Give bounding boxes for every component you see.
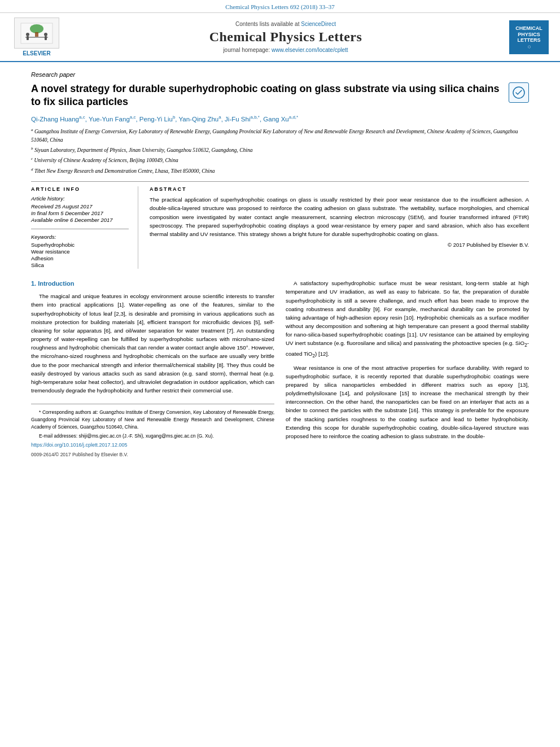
- journal-citation: Chemical Physics Letters 692 (2018) 33–3…: [0, 0, 560, 13]
- svg-rect-7: [45, 36, 47, 40]
- affiliation-c: c University of Chinese Academy of Scien…: [31, 156, 529, 165]
- final-form-date: In final form 5 December 2017: [31, 210, 129, 216]
- article-body: 1. Introduction The magical and unique f…: [31, 279, 529, 458]
- journal-homepage: journal homepage: www.elsevier.com/locat…: [68, 47, 504, 53]
- article-title-row: A novel strategy for durable superhydrop…: [31, 82, 529, 109]
- issn-line: 0009-2614/© 2017 Published by Elsevier B…: [31, 451, 274, 458]
- article-history: Article history: Received 25 August 2017…: [31, 195, 129, 223]
- journal-header: ELSEVIER Contents lists available at Sci…: [0, 13, 560, 62]
- affiliation-d: d Tibet New Energy Research and Demonstr…: [31, 167, 529, 176]
- check-for-updates-badge[interactable]: [509, 82, 529, 103]
- sciencedirect-link[interactable]: ScienceDirect: [301, 21, 336, 27]
- history-label: Article history:: [31, 195, 129, 202]
- article-info-heading: ARTICLE INFO: [31, 186, 129, 192]
- citation-text: Chemical Physics Letters 692 (2018) 33–3…: [225, 3, 334, 10]
- article-title: A novel strategy for durable superhydrop…: [31, 82, 502, 109]
- paper-type-label: Research paper: [31, 71, 529, 78]
- body-column-left: 1. Introduction The magical and unique f…: [31, 279, 274, 458]
- section-1-title: 1. Introduction: [31, 279, 274, 289]
- body-column-right: A satisfactory superhydrophobic surface …: [286, 279, 529, 458]
- sciencedirect-text: ScienceDirect: [301, 21, 336, 27]
- body-columns: 1. Introduction The magical and unique f…: [31, 279, 529, 458]
- doi-link[interactable]: https://doi.org/10.1016/j.cplett.2017.12…: [31, 442, 274, 449]
- keyword-2: Wear resistance: [31, 248, 129, 255]
- footnote-area: * Corresponding authors at: Guangzhou In…: [31, 404, 274, 458]
- elsevier-text: ELSEVIER: [23, 50, 50, 56]
- abstract-column: ABSTRACT The practical application of su…: [150, 186, 529, 269]
- homepage-label: journal homepage:: [223, 47, 270, 53]
- keyword-3: Adhesion: [31, 255, 129, 261]
- keyword-1: Superhydrophobic: [31, 242, 129, 248]
- keywords-section: Keywords: Superhydrophobic Wear resistan…: [31, 234, 129, 268]
- main-content: Research paper A novel strategy for dura…: [0, 62, 560, 470]
- homepage-link[interactable]: www.elsevier.com/locate/cplett: [272, 47, 348, 53]
- corresponding-author-note: * Corresponding authors at: Guangzhou In…: [31, 409, 274, 430]
- keyword-4: Silica: [31, 262, 129, 268]
- journal-logo-right: CHEMICALPHYSICSLETTERS ⬡: [509, 20, 549, 54]
- email-note: E-mail addresses: shiji@ms.giec.ac.cn (J…: [31, 433, 274, 440]
- authors-line: Qi-Zhang Huanga,c, Yue-Yun Fanga,c, Peng…: [31, 115, 529, 123]
- section-divider: [31, 181, 529, 182]
- info-divider: [31, 229, 129, 229]
- journal-center: Contents lists available at ScienceDirec…: [62, 21, 509, 53]
- copyright-line: © 2017 Published by Elsevier B.V.: [150, 242, 529, 248]
- affiliations: a Guangzhou Institute of Energy Conversi…: [31, 127, 529, 176]
- keywords-label: Keywords:: [31, 234, 129, 240]
- article-info-column: ARTICLE INFO Article history: Received 2…: [31, 186, 138, 269]
- journal-title: Chemical Physics Letters: [68, 29, 504, 45]
- elsevier-logo: ELSEVIER: [11, 18, 62, 56]
- article-info-abstract-section: ARTICLE INFO Article history: Received 2…: [31, 186, 529, 269]
- contents-text: Contents lists available at: [235, 21, 299, 27]
- abstract-text: The practical application of superhydrop…: [150, 195, 529, 238]
- elsevier-logo-image: [14, 18, 59, 49]
- intro-paragraph-3: Wear resistance is one of the most attra…: [286, 364, 529, 441]
- available-online-date: Available online 6 December 2017: [31, 217, 129, 223]
- svg-point-1: [30, 24, 43, 33]
- intro-paragraph-2: A satisfactory superhydrophobic surface …: [286, 279, 529, 360]
- affiliation-b: b Siyuan Laboratory, Department of Physi…: [31, 146, 529, 155]
- svg-point-6: [44, 33, 47, 36]
- svg-rect-2: [35, 32, 38, 37]
- cpl-logo-text: CHEMICALPHYSICSLETTERS: [515, 25, 542, 43]
- svg-point-4: [26, 33, 29, 36]
- contents-available: Contents lists available at ScienceDirec…: [68, 21, 504, 27]
- affiliation-a: a Guangzhou Institute of Energy Conversi…: [31, 127, 529, 145]
- abstract-heading: ABSTRACT: [150, 186, 529, 192]
- received-date: Received 25 August 2017: [31, 203, 129, 209]
- svg-rect-5: [27, 36, 29, 40]
- homepage-url: www.elsevier.com/locate/cplett: [272, 47, 348, 53]
- intro-paragraph-1: The magical and unique features in ecolo…: [31, 292, 274, 395]
- cpl-logo-subtitle: ⬡: [528, 45, 531, 49]
